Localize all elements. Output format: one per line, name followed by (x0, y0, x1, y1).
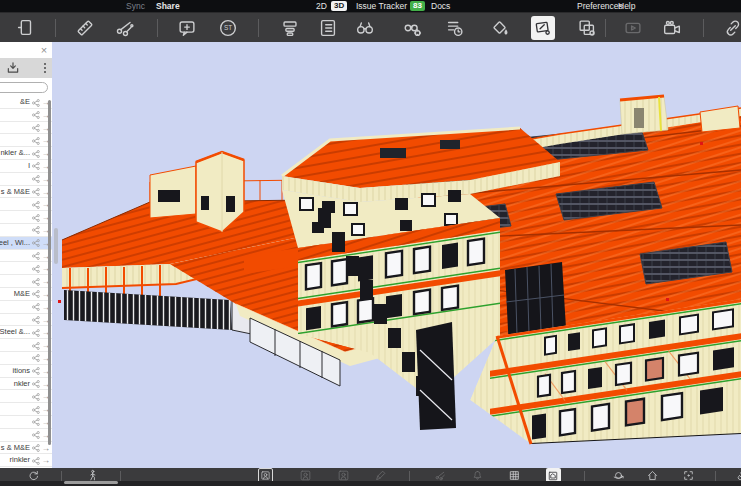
menu-2d[interactable]: 2D (316, 0, 327, 12)
share-icon[interactable] (32, 278, 40, 286)
share-icon[interactable] (32, 354, 40, 362)
sheet-list-item[interactable]: → (0, 275, 52, 288)
issue-list-button[interactable] (313, 13, 343, 43)
share-icon[interactable] (32, 303, 40, 311)
share-icon[interactable] (32, 137, 40, 145)
sheet-label: eel , Wi... (0, 237, 30, 250)
sheet-list-item[interactable]: &E → (0, 96, 52, 109)
share-icon[interactable] (32, 175, 40, 183)
viewport-scrollbar[interactable] (54, 228, 58, 264)
menu-3d-active[interactable]: 3D (331, 1, 347, 11)
share-icon[interactable] (32, 188, 40, 196)
separator (605, 19, 606, 37)
cut-button[interactable] (110, 13, 140, 43)
share-icon[interactable] (32, 290, 40, 298)
share-icon[interactable] (32, 252, 40, 260)
share-icon[interactable] (32, 380, 40, 388)
kebab-menu-icon[interactable] (38, 61, 52, 75)
sheet-list-item[interactable]: rinkler → (0, 454, 52, 467)
link-button[interactable] (718, 13, 741, 43)
separator (584, 471, 585, 481)
find-button[interactable] (350, 13, 380, 43)
sheet-list-item[interactable]: → (0, 109, 52, 122)
sheet-list-item[interactable]: M&E → (0, 288, 52, 301)
paint-button[interactable] (485, 13, 515, 43)
share-icon[interactable] (32, 265, 40, 273)
share-icon[interactable] (32, 111, 40, 119)
3d-model-canvas (52, 42, 741, 470)
sheet-list-item[interactable]: → (0, 339, 52, 352)
section-button[interactable] (275, 13, 305, 43)
menu-issue-tracker[interactable]: Issue Tracker (356, 0, 407, 12)
compare-button[interactable] (572, 13, 602, 43)
sheet-list-item[interactable]: itions → (0, 365, 52, 378)
sheet-label: s & M&E (1, 186, 30, 199)
sheet-list-item[interactable]: → (0, 429, 52, 442)
sheet-list-item[interactable]: l → (0, 160, 52, 173)
sheet-list-item[interactable]: → (0, 352, 52, 365)
menu-help[interactable]: Help (618, 0, 635, 12)
sheet-list-item[interactable]: → (0, 403, 52, 416)
markup-button-active[interactable] (528, 13, 558, 43)
share-icon[interactable] (32, 342, 40, 350)
menu-preferences[interactable]: Preferences (577, 0, 623, 12)
sidebar-scrollbar[interactable] (48, 100, 51, 445)
menu-share[interactable]: Share (156, 0, 180, 12)
share-icon[interactable] (32, 124, 40, 132)
sheet-list-item[interactable]: → (0, 122, 52, 135)
share-icon[interactable] (32, 316, 40, 324)
sheet-list-item[interactable]: Steel &... → (0, 326, 52, 339)
sheet-list-item[interactable]: → (0, 198, 52, 211)
share-icon[interactable] (32, 393, 40, 401)
sheet-list-item[interactable]: → (0, 390, 52, 403)
add-comment-button[interactable] (172, 13, 202, 43)
model-box-icon (547, 470, 559, 482)
camera-button[interactable] (657, 13, 687, 43)
share-icon[interactable] (32, 150, 40, 158)
share-icon[interactable] (32, 431, 40, 439)
search-settings-button[interactable] (398, 13, 428, 43)
export-download-icon[interactable] (6, 61, 20, 75)
3d-viewport[interactable] (52, 42, 741, 470)
sheet-label: nkler (14, 378, 30, 391)
scissors-icon (114, 17, 136, 39)
share-icon[interactable] (32, 418, 40, 426)
share-icon[interactable] (32, 329, 40, 337)
share-icon[interactable] (32, 226, 40, 234)
sheet-list-item[interactable]: → (0, 134, 52, 147)
sheet-list-item[interactable]: → (0, 301, 52, 314)
door-icon (14, 17, 36, 39)
sheet-list-item[interactable]: s & M&E → (0, 186, 52, 199)
sheet-list-item[interactable]: s & M&E → (0, 442, 52, 455)
sheet-list-item[interactable]: → (0, 224, 52, 237)
menu-docs[interactable]: Docs (431, 0, 450, 12)
history-button[interactable] (440, 13, 470, 43)
stamp-button[interactable]: ST (213, 13, 243, 43)
separator (55, 19, 56, 37)
share-icon[interactable] (32, 457, 40, 465)
sheet-list-item[interactable]: nkler &... → (0, 147, 52, 160)
sheet-list-item[interactable]: eel , Wi... → (0, 237, 52, 250)
share-icon[interactable] (32, 214, 40, 222)
sheet-list-item[interactable]: → (0, 173, 52, 186)
share-icon[interactable] (32, 162, 40, 170)
open-arrow-icon[interactable]: → (42, 454, 51, 467)
sheet-list-item[interactable]: → (0, 314, 52, 327)
share-icon[interactable] (32, 99, 40, 107)
toolbar-bottom-strip (0, 481, 741, 486)
separator (409, 471, 410, 481)
share-icon[interactable] (32, 201, 40, 209)
measure-button[interactable] (70, 13, 100, 43)
sheet-list-item[interactable]: → (0, 262, 52, 275)
sheet-list-item[interactable]: → (0, 416, 52, 429)
close-panel-button[interactable]: × (38, 43, 50, 57)
share-icon[interactable] (32, 444, 40, 452)
door-button[interactable] (10, 13, 40, 43)
sheet-list-item[interactable]: → (0, 211, 52, 224)
share-icon[interactable] (32, 239, 40, 247)
sheet-list-item[interactable]: → (0, 250, 52, 263)
sheet-list-item[interactable]: nkler → (0, 378, 52, 391)
search-input[interactable] (0, 82, 48, 93)
share-icon[interactable] (32, 367, 40, 375)
share-icon[interactable] (32, 406, 40, 414)
